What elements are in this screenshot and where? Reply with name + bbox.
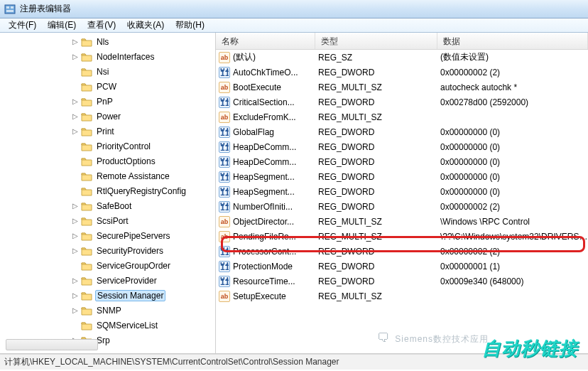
tree-item-label[interactable]: PriorityControl <box>95 141 152 151</box>
tree-item[interactable]: ▷Print <box>0 124 215 139</box>
tree-item[interactable]: ▷PnP <box>0 94 215 109</box>
value-name[interactable]: SetupExecute <box>233 291 286 301</box>
tree-item[interactable]: ▷SafeBoot <box>0 198 215 213</box>
expand-icon[interactable]: ▷ <box>71 276 80 284</box>
menu-bar[interactable]: 文件(F) 编辑(E) 查看(V) 收藏夹(A) 帮助(H) <box>0 18 588 33</box>
expand-icon[interactable]: ▷ <box>71 291 80 299</box>
menu-edit[interactable]: 编辑(E) <box>42 18 82 33</box>
tree-item[interactable]: ▷SecurityProviders <box>0 243 215 258</box>
tree-item-label[interactable]: ServiceGroupOrder <box>95 261 172 271</box>
menu-view[interactable]: 查看(V) <box>82 18 121 33</box>
list-row[interactable]: 011110HeapDeComm...REG_DWORD0x00000000 (… <box>216 139 588 154</box>
tree-item-label[interactable]: ScsiPort <box>95 216 130 226</box>
expand-icon[interactable]: ▷ <box>71 53 80 60</box>
value-name[interactable]: NumberOfIniti... <box>233 202 293 212</box>
list-row[interactable]: abBootExecuteREG_MULTI_SZautocheck autoc… <box>216 80 588 95</box>
tree-item-label[interactable]: SafeBoot <box>95 201 133 211</box>
list-row[interactable]: 011110ProtectionModeREG_DWORD0x00000001 … <box>216 259 588 274</box>
list-row[interactable]: 011110AutoChkTimeO...REG_DWORD0x00000002… <box>216 65 588 80</box>
tree-item[interactable]: PriorityControl <box>0 139 215 154</box>
tree-item[interactable]: ▷SNMP <box>0 303 215 318</box>
tree-item[interactable]: Nsi <box>0 64 215 79</box>
tree-item-label[interactable]: PnP <box>95 97 114 107</box>
tree-item[interactable]: ▷ScsiPort <box>0 213 215 228</box>
expand-icon[interactable]: ▷ <box>71 112 80 120</box>
list-row[interactable]: 011110CriticalSection...REG_DWORD0x00278… <box>216 95 588 109</box>
list-row[interactable]: 011110HeapSegment...REG_DWORD0x00000000 … <box>216 169 588 184</box>
value-name[interactable]: PendingFileRe... <box>233 232 296 242</box>
horizontal-scrollbar[interactable] <box>6 339 98 350</box>
column-header-name[interactable]: 名称 <box>216 33 315 49</box>
value-name[interactable]: BootExecute <box>233 82 281 92</box>
value-name[interactable]: AutoChkTimeO... <box>233 68 298 77</box>
tree-item-label[interactable]: Print <box>95 127 116 136</box>
tree-item-label[interactable]: NodeInterfaces <box>95 52 156 62</box>
value-name[interactable]: ProcessorCont... <box>233 247 296 257</box>
tree-item[interactable]: SQMServiceList <box>0 318 215 333</box>
expand-icon[interactable]: ▷ <box>71 217 80 225</box>
tree-pane[interactable]: ▷Nls▷NodeInterfacesNsiPCW▷PnP▷Power▷Prin… <box>0 33 216 353</box>
tree-item-label[interactable]: SecurePipeServers <box>95 231 171 241</box>
list-row[interactable]: ab(默认)REG_SZ(数值未设置) <box>216 50 588 65</box>
tree-item-label[interactable]: RtlQueryRegistryConfig <box>95 186 187 196</box>
expand-icon[interactable]: ▷ <box>71 38 80 45</box>
list-row[interactable]: 011110ProcessorCont...REG_DWORD0x0000000… <box>216 244 588 259</box>
value-name[interactable]: ProtectionMode <box>233 262 293 271</box>
value-type: REG_MULTI_SZ <box>315 112 437 122</box>
tree-item-label[interactable]: SQMServiceList <box>95 321 159 330</box>
tree-item-label[interactable]: SNMP <box>95 306 123 316</box>
tree-item-label[interactable]: Power <box>95 112 122 122</box>
menu-favorites[interactable]: 收藏夹(A) <box>121 18 170 33</box>
value-name[interactable]: CriticalSection... <box>233 97 295 107</box>
value-name[interactable]: (默认) <box>233 51 256 63</box>
tree-item[interactable]: ▷NodeInterfaces <box>0 49 215 64</box>
tree-item[interactable]: ▷Power <box>0 109 215 124</box>
expand-icon[interactable]: ▷ <box>71 202 80 210</box>
value-name[interactable]: HeapSegment... <box>233 172 295 182</box>
value-name[interactable]: GlobalFlag <box>233 127 274 137</box>
tree-item-label[interactable]: SecurityProviders <box>95 246 165 256</box>
tree-item[interactable]: ProductOptions <box>0 154 215 168</box>
tree-item[interactable]: ▷Session Manager <box>0 288 215 303</box>
tree-item-label[interactable]: Nls <box>95 37 110 47</box>
list-row[interactable]: 011110GlobalFlagREG_DWORD0x00000000 (0) <box>216 124 588 139</box>
tree-item-label[interactable]: Remote Assistance <box>95 171 171 181</box>
value-name[interactable]: HeapSegment... <box>233 187 295 197</box>
expand-icon[interactable]: ▷ <box>71 97 80 105</box>
column-header-data[interactable]: 数据 <box>437 33 588 49</box>
tree-item-label[interactable]: ServiceProvider <box>95 276 158 286</box>
value-name[interactable]: HeapDeComm... <box>233 157 296 167</box>
value-name[interactable]: ExcludeFromK... <box>233 112 296 122</box>
tree-item[interactable]: Remote Assistance <box>0 168 215 183</box>
list-row[interactable]: abExcludeFromK...REG_MULTI_SZ <box>216 109 588 124</box>
menu-file[interactable]: 文件(F) <box>3 18 42 33</box>
expand-icon[interactable]: ▷ <box>71 232 80 240</box>
tree-item-label[interactable]: PCW <box>95 82 118 92</box>
list-row[interactable]: abObjectDirector...REG_MULTI_SZ\Windows … <box>216 214 588 229</box>
list-row[interactable]: abSetupExecuteREG_MULTI_SZ <box>216 289 588 303</box>
value-name[interactable]: HeapDeComm... <box>233 142 296 152</box>
list-row[interactable]: 011110HeapSegment...REG_DWORD0x00000000 … <box>216 184 588 199</box>
list-row[interactable]: 011110HeapDeComm...REG_DWORD0x00000000 (… <box>216 154 588 169</box>
menu-help[interactable]: 帮助(H) <box>170 18 210 33</box>
column-header-type[interactable]: 类型 <box>315 33 437 49</box>
value-name[interactable]: ResourceTime... <box>233 276 295 286</box>
expand-icon[interactable]: ▷ <box>71 247 80 254</box>
tree-item[interactable]: ▷SecurePipeServers <box>0 228 215 243</box>
tree-item[interactable]: ▷ServiceProvider <box>0 273 215 288</box>
expand-icon[interactable]: ▷ <box>71 306 80 314</box>
tree-item[interactable]: ▷Nls <box>0 34 215 49</box>
tree-item-label[interactable]: Session Manager <box>95 290 165 301</box>
list-header[interactable]: 名称 类型 数据 <box>216 33 588 50</box>
value-list-pane[interactable]: 名称 类型 数据 ab(默认)REG_SZ(数值未设置)011110AutoCh… <box>216 33 588 353</box>
list-row[interactable]: 011110ResourceTime...REG_DWORD0x0009e340… <box>216 274 588 289</box>
list-row[interactable]: 011110NumberOfIniti...REG_DWORD0x0000000… <box>216 199 588 214</box>
expand-icon[interactable]: ▷ <box>71 127 80 135</box>
list-row[interactable]: abPendingFileRe...REG_MULTI_SZ\??\C:\Win… <box>216 229 588 244</box>
tree-item[interactable]: ServiceGroupOrder <box>0 258 215 273</box>
tree-item-label[interactable]: ProductOptions <box>95 156 157 166</box>
tree-item-label[interactable]: Nsi <box>95 67 110 77</box>
tree-item[interactable]: PCW <box>0 79 215 94</box>
tree-item[interactable]: RtlQueryRegistryConfig <box>0 183 215 198</box>
value-name[interactable]: ObjectDirector... <box>233 217 294 227</box>
